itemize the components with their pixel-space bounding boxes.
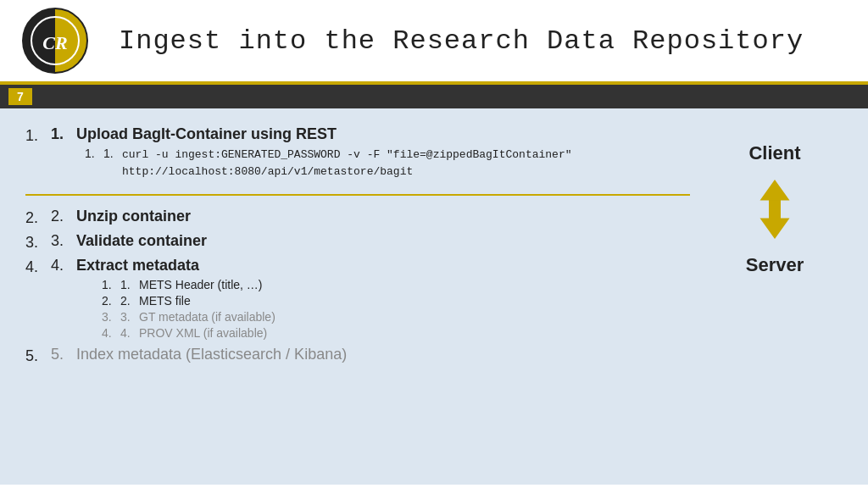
item-1-content: Upload BagIt-Container using REST 1. cur… — [76, 125, 572, 182]
slide-title: Ingest into the Research Data Repository — [119, 25, 804, 57]
sub-list-item: 1. METS Header (title, …) — [102, 278, 275, 291]
item-1-sublist: 1. curl -u ingest:GENERATED_PASSWORD -v … — [76, 147, 572, 182]
item-3-text: Validate container — [76, 232, 207, 250]
sub-item-text: GT metadata (if available) — [139, 310, 275, 324]
slide-number: 7 — [8, 88, 32, 105]
list-item: 2. Unzip container — [25, 208, 690, 227]
sub-item-text: METS file — [139, 294, 191, 308]
main-content: 1. Upload BagIt-Container using REST 1. … — [0, 108, 868, 485]
list-number: 5. — [51, 346, 76, 363]
client-label: Client — [748, 142, 800, 164]
header: CR Ingest into the Research Data Reposit… — [0, 0, 868, 85]
sub-list-item: 3. GT metadata (if available) — [102, 310, 275, 324]
item-4-text: Extract metadata — [76, 257, 199, 274]
main-list: 1. Upload BagIt-Container using REST 1. … — [25, 125, 690, 182]
sub-number: 1. — [120, 278, 139, 291]
list-number: 3. — [51, 232, 76, 250]
list-item: 1. Upload BagIt-Container using REST 1. … — [25, 125, 690, 182]
arrow-container — [749, 180, 800, 239]
main-list-2: 2. Unzip container 3. Validate container… — [25, 208, 690, 365]
list-number: 4. — [51, 257, 76, 274]
list-item: 3. Validate container — [25, 232, 690, 252]
item-2-text: Unzip container — [76, 208, 191, 225]
sub-list-item: 1. curl -u ingest:GENERATED_PASSWORD -v … — [85, 147, 572, 180]
list-number: 2. — [51, 208, 76, 225]
right-panel: Client Server — [707, 125, 843, 468]
sub-number: 3. — [120, 310, 139, 324]
item-5-text: Index metadata (Elasticsearch / Kibana) — [76, 346, 347, 363]
list-item: 5. Index metadata (Elasticsearch / Kiban… — [25, 346, 690, 365]
svg-text:CR: CR — [42, 32, 67, 53]
sub-number: 2. — [120, 294, 139, 308]
sub-list-item: 2. METS file — [102, 294, 275, 308]
sub-list-item: 4. PROV XML (if available) — [102, 326, 275, 340]
list-item: 4. Extract metadata 1. METS Header (titl… — [25, 257, 690, 342]
item-1-text: Upload BagIt-Container using REST — [76, 125, 572, 143]
left-content: 1. Upload BagIt-Container using REST 1. … — [25, 125, 707, 468]
double-arrow-icon — [749, 180, 800, 239]
sub-item-text: PROV XML (if available) — [139, 326, 267, 340]
divider — [25, 194, 690, 196]
item-4-content: Extract metadata 1. METS Header (title, … — [76, 257, 275, 342]
sub-number: 4. — [120, 326, 139, 340]
sub-item-text: METS Header (title, …) — [139, 278, 262, 291]
logo: CR — [17, 7, 93, 75]
code-block: curl -u ingest:GENERATED_PASSWORD -v -F … — [122, 147, 572, 180]
item-4-sublist: 1. METS Header (title, …) 2. METS file 3… — [76, 278, 275, 340]
list-number: 1. — [51, 125, 76, 143]
svg-marker-4 — [760, 201, 790, 240]
server-label: Server — [746, 254, 804, 276]
sub-number: 1. — [103, 147, 122, 160]
slide-number-bar: 7 — [0, 85, 868, 108]
